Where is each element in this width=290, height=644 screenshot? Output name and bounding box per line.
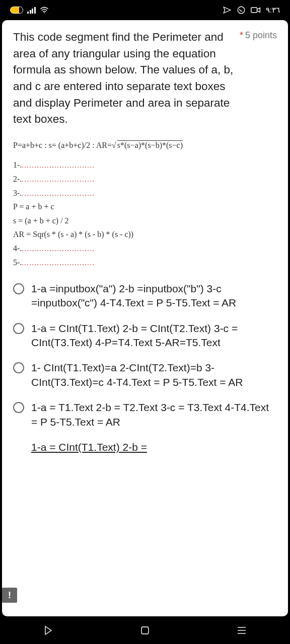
option-1[interactable]: 1-a =inputbox("a") 2-b =inputbox("b") 3-…	[13, 282, 277, 310]
option-3-text: 1- CInt(T1.Text)=a 2-CInt(T2.Text)=b 3-C…	[31, 361, 277, 389]
option-2-text: 1-a = CInt(T1.Text) 2-b = CInt(T2.Text) …	[31, 321, 277, 350]
battery-icon	[10, 7, 23, 14]
option-1-text: 1-a =inputbox("a") 2-b =inputbox("b") 3-…	[31, 282, 277, 310]
video-icon	[251, 7, 261, 14]
status-right: ٩:٣٦	[223, 6, 280, 15]
svg-rect-2	[251, 8, 257, 13]
question-header: This code segment find the Perimeter and…	[13, 29, 277, 128]
formula-sqrt: s*(s−a)*(s−b)*(s−c)	[116, 141, 183, 149]
send-icon	[223, 6, 232, 15]
whatsapp-icon	[237, 6, 246, 15]
points-value: 5 points	[245, 30, 277, 40]
formula-s: s = (a + b + c) / 2	[13, 214, 277, 227]
status-bar: ٩:٣٦	[0, 0, 290, 20]
radio-icon[interactable]	[13, 362, 24, 373]
nav-bar	[0, 616, 290, 644]
formula-ar: AR = Sqr(s * (s - a) * (s - b) * (s - c)…	[13, 228, 277, 241]
status-time: ٩:٣٦	[266, 6, 280, 15]
points-label: *5 points	[240, 30, 277, 41]
formula-main: P=a+b+c : s= (a+b+c)/2 : AR=√s*(s−a)*(s−…	[13, 139, 277, 152]
option-3[interactable]: 1- CInt(T1.Text)=a 2-CInt(T2.Text)=b 3-C…	[13, 361, 277, 389]
radio-icon[interactable]	[13, 283, 24, 294]
nav-recent-icon[interactable]	[236, 624, 248, 636]
svg-point-0	[44, 12, 45, 13]
radio-icon[interactable]	[13, 402, 24, 413]
option-4[interactable]: 1-a = T1.Text 2-b = T2.Text 3-c = T3.Tex…	[13, 400, 277, 429]
radio-icon[interactable]	[13, 323, 24, 334]
svg-rect-3	[141, 627, 149, 634]
blank-1: 1-.	[13, 160, 22, 169]
question-card: This code segment find the Perimeter and…	[2, 20, 288, 616]
feedback-button[interactable]: !	[2, 588, 17, 603]
fill-lines: 1-.............................. 2-.....…	[13, 158, 277, 269]
options-list: 1-a =inputbox("a") 2-b =inputbox("b") 3-…	[13, 282, 277, 449]
wifi-icon	[40, 7, 49, 14]
formula-block: P=a+b+c : s= (a+b+c)/2 : AR=√s*(s−a)*(s−…	[13, 139, 277, 269]
status-left	[10, 7, 49, 14]
option-4-text: 1-a = T1.Text 2-b = T2.Text 3-c = T3.Tex…	[31, 400, 277, 429]
option-2[interactable]: 1-a = CInt(T1.Text) 2-b = CInt(T2.Text) …	[13, 321, 277, 350]
svg-point-1	[238, 7, 245, 14]
option-5[interactable]: 1-a = CInt(T1.Text) 2-b =	[13, 440, 277, 454]
blank-3: 3-.	[13, 189, 22, 197]
formula-p: P = a + b + c	[13, 200, 277, 213]
blank-4: 4-.	[13, 244, 22, 253]
required-star: *	[240, 30, 243, 40]
nav-back-icon[interactable]	[42, 624, 54, 636]
question-text: This code segment find the Perimeter and…	[13, 29, 240, 128]
signal-icon	[27, 7, 36, 14]
nav-home-icon[interactable]	[139, 624, 151, 636]
option-5-text: 1-a = CInt(T1.Text) 2-b =	[31, 440, 147, 454]
blank-2: 2-.	[13, 175, 22, 183]
blank-5: 5-.	[13, 258, 22, 267]
formula-left: P=a+b+c : s= (a+b+c)/2 : AR=	[13, 141, 112, 149]
